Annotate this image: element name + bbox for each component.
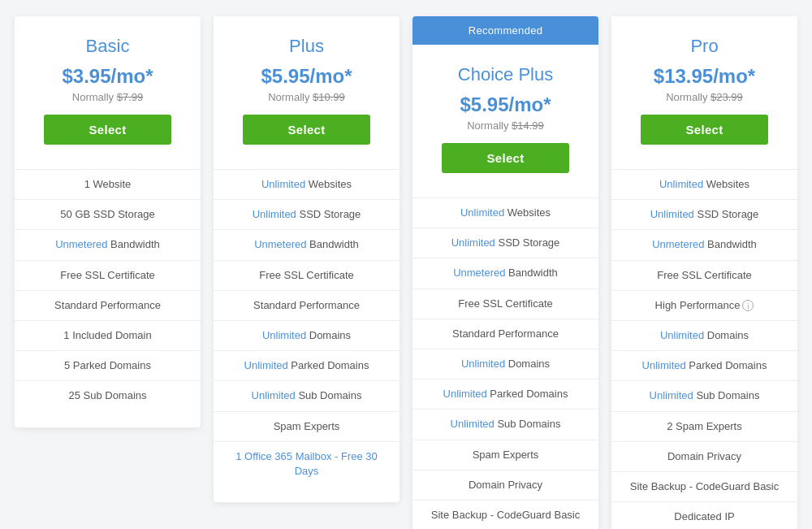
feature-item: Site Backup - CodeGuard Basic bbox=[611, 471, 797, 501]
feature-item: Unlimited SSD Storage bbox=[412, 228, 598, 258]
features-list-pro: Unlimited WebsitesUnlimited SSD StorageU… bbox=[611, 169, 797, 529]
feature-item: Unlimited Sub Domains bbox=[611, 380, 797, 410]
feature-item: Standard Performance bbox=[15, 290, 201, 320]
feature-item: Dedicated IP bbox=[611, 501, 797, 529]
feature-item: Unlimited Domains bbox=[412, 349, 598, 379]
plan-header-basic: Basic $3.95/mo* Normally $7.99 Select bbox=[15, 16, 201, 161]
plan-price-plus: $5.95/mo* bbox=[227, 65, 387, 88]
feature-item: Unlimited Sub Domains bbox=[214, 380, 400, 410]
feature-item: Unmetered Bandwidth bbox=[611, 229, 797, 259]
feature-item: Domain Privacy bbox=[611, 441, 797, 471]
features-list-basic: 1 Website50 GB SSD StorageUnmetered Band… bbox=[15, 169, 201, 411]
feature-item: Unlimited Websites bbox=[611, 169, 797, 199]
plan-normal-price-choice_plus: Normally $14.99 bbox=[425, 119, 585, 132]
feature-item: Domain Privacy bbox=[412, 470, 598, 500]
feature-item: Unlimited Sub Domains bbox=[412, 409, 598, 439]
select-button-choice_plus[interactable]: Select bbox=[442, 143, 570, 173]
plan-price-pro: $13.95/mo* bbox=[624, 65, 784, 88]
feature-item: Unlimited Parked Domains bbox=[611, 350, 797, 380]
feature-item: Free SSL Certificate bbox=[412, 288, 598, 319]
feature-item: Unlimited Domains bbox=[611, 320, 797, 350]
plan-name-choice_plus: Choice Plus bbox=[425, 64, 585, 85]
plan-card-basic: Basic $3.95/mo* Normally $7.99 Select 1 … bbox=[15, 16, 201, 427]
feature-item: Standard Performance bbox=[412, 319, 598, 349]
feature-item: 2 Spam Experts bbox=[611, 411, 797, 441]
info-icon[interactable]: i bbox=[742, 300, 754, 311]
recommended-badge: Recommended bbox=[412, 16, 598, 45]
plan-price-basic: $3.95/mo* bbox=[28, 65, 188, 88]
feature-item: Site Backup - CodeGuard Basic bbox=[412, 500, 598, 529]
feature-item: Free SSL Certificate bbox=[611, 260, 797, 290]
feature-item: High Performancei bbox=[611, 290, 797, 320]
select-button-basic[interactable]: Select bbox=[44, 115, 172, 145]
plan-header-pro: Pro $13.95/mo* Normally $23.99 Select bbox=[611, 16, 797, 161]
plan-card-plus: Plus $5.95/mo* Normally $10.99 Select Un… bbox=[214, 16, 400, 502]
plan-name-plus: Plus bbox=[227, 36, 387, 57]
feature-item: Spam Experts bbox=[412, 440, 598, 470]
feature-item: Free SSL Certificate bbox=[15, 260, 201, 290]
plan-card-choice_plus: Recommended Choice Plus $5.95/mo* Normal… bbox=[412, 16, 598, 529]
plan-normal-price-pro: Normally $23.99 bbox=[624, 91, 784, 103]
plans-container: Basic $3.95/mo* Normally $7.99 Select 1 … bbox=[8, 16, 804, 529]
feature-item: Standard Performance bbox=[214, 290, 400, 320]
feature-item: Unlimited Domains bbox=[214, 320, 400, 350]
feature-item: Unmetered Bandwidth bbox=[15, 229, 201, 259]
feature-item: Free SSL Certificate bbox=[214, 260, 400, 290]
plan-name-basic: Basic bbox=[28, 36, 188, 57]
feature-item: Unlimited Parked Domains bbox=[412, 379, 598, 409]
feature-item: Unmetered Bandwidth bbox=[412, 258, 598, 288]
plan-name-pro: Pro bbox=[624, 36, 784, 57]
feature-item: Unlimited SSD Storage bbox=[611, 199, 797, 229]
feature-item: Unlimited SSD Storage bbox=[214, 199, 400, 229]
feature-item: 5 Parked Domains bbox=[15, 350, 201, 380]
feature-item: Unlimited Parked Domains bbox=[214, 350, 400, 380]
select-button-plus[interactable]: Select bbox=[243, 115, 371, 145]
feature-item: Spam Experts bbox=[214, 411, 400, 441]
features-list-choice_plus: Unlimited WebsitesUnlimited SSD StorageU… bbox=[412, 197, 598, 529]
feature-item: 1 Included Domain bbox=[15, 320, 201, 350]
feature-item: 1 Website bbox=[15, 169, 201, 199]
feature-item: 25 Sub Domains bbox=[15, 380, 201, 410]
feature-item: 50 GB SSD Storage bbox=[15, 199, 201, 229]
feature-item: Unmetered Bandwidth bbox=[214, 229, 400, 259]
plan-header-plus: Plus $5.95/mo* Normally $10.99 Select bbox=[214, 16, 400, 161]
feature-item: Unlimited Websites bbox=[214, 169, 400, 199]
plan-normal-price-basic: Normally $7.99 bbox=[28, 91, 188, 103]
plan-header-choice_plus: Choice Plus $5.95/mo* Normally $14.99 Se… bbox=[412, 45, 598, 189]
select-button-pro[interactable]: Select bbox=[641, 115, 769, 145]
plan-normal-price-plus: Normally $10.99 bbox=[227, 91, 387, 103]
plan-card-pro: Pro $13.95/mo* Normally $23.99 Select Un… bbox=[611, 16, 797, 529]
plan-price-choice_plus: $5.95/mo* bbox=[425, 93, 585, 116]
feature-item: 1 Office 365 Mailbox - Free 30 Days bbox=[214, 441, 400, 486]
features-list-plus: Unlimited WebsitesUnlimited SSD StorageU… bbox=[214, 169, 400, 486]
feature-item: Unlimited Websites bbox=[412, 197, 598, 228]
